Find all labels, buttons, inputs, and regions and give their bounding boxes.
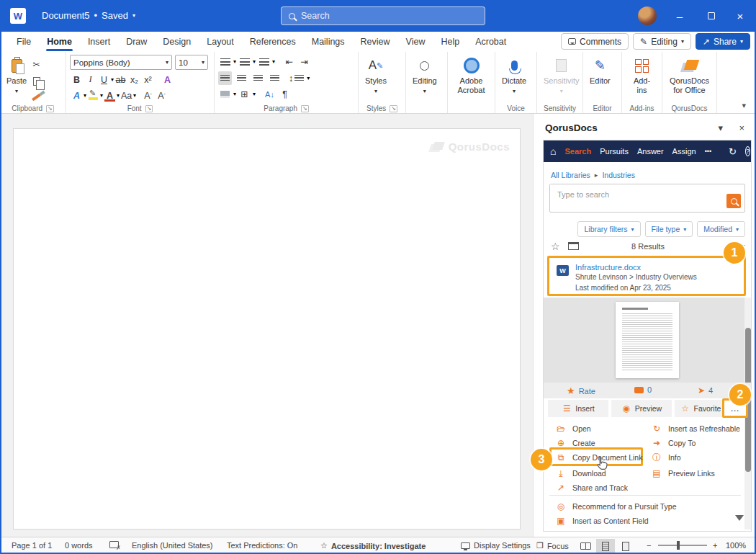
clear-formatting-button[interactable]: A	[161, 73, 174, 86]
align-right-button[interactable]	[251, 71, 265, 85]
editing-mode-button[interactable]: ✎ Editing ▾	[633, 33, 691, 50]
favorite-button[interactable]: ☆Favorite	[675, 400, 726, 417]
rate-button[interactable]: ★Rate	[567, 385, 595, 396]
nav-answer[interactable]: Answer	[637, 147, 664, 156]
panel-close-icon[interactable]: ×	[739, 122, 744, 133]
proofing-icon[interactable]	[109, 541, 119, 548]
menu-share-and-track[interactable]: ↗Share and Track	[556, 481, 628, 495]
nav-search[interactable]: Search	[564, 147, 591, 156]
breadcrumb-all-libraries[interactable]: All Libraries	[551, 171, 590, 179]
zoom-in-button[interactable]: +	[713, 541, 717, 550]
tab-review[interactable]: Review	[353, 33, 398, 50]
home-icon[interactable]: ⌂	[550, 146, 556, 157]
pilcrow-button[interactable]: ¶	[278, 87, 292, 101]
tab-layout[interactable]: Layout	[199, 33, 242, 50]
help-icon[interactable]: ?	[745, 146, 750, 156]
library-filters-dropdown[interactable]: Library filters▾	[577, 221, 640, 237]
preview-thumbnail[interactable]	[616, 302, 679, 378]
grow-font-button[interactable]: Aˆ	[141, 89, 155, 102]
qorusdocs-for-office-button[interactable]: QorusDocs for Office	[666, 55, 713, 103]
dialog-launcher-icon[interactable]: ↘	[145, 105, 153, 112]
language-indicator[interactable]: English (United States)	[132, 541, 213, 550]
collapse-ribbon-icon[interactable]: ▾	[742, 101, 746, 110]
minimize-button[interactable]: –	[664, 0, 696, 32]
menu-recommend-pursuit-type[interactable]: ◎Recommend for a Pursuit Type	[556, 499, 677, 514]
multilevel-list-button[interactable]	[257, 55, 271, 68]
menu-preview-links[interactable]: ▤Preview Links	[652, 466, 715, 481]
user-avatar[interactable]	[638, 6, 657, 25]
display-settings-button[interactable]: Display Settings	[461, 541, 531, 550]
font-name-combo[interactable]: Poppins (Body)▾	[70, 55, 172, 70]
underline-button[interactable]: U	[97, 73, 111, 86]
sensitivity-button[interactable]: Sensitivity ▾	[541, 55, 582, 103]
title-search-box[interactable]	[281, 6, 485, 25]
italic-button[interactable]: I	[84, 73, 97, 86]
tab-references[interactable]: References	[242, 33, 304, 50]
result-filename[interactable]: Infrastructure.docx	[575, 263, 738, 272]
tab-help[interactable]: Help	[433, 33, 467, 50]
modified-dropdown[interactable]: Modified▾	[697, 221, 745, 237]
word-app-icon[interactable]: W	[10, 8, 26, 24]
views-counter[interactable]: ➤4	[698, 385, 713, 396]
tab-view[interactable]: View	[398, 33, 433, 50]
justify-button[interactable]	[268, 71, 282, 85]
panel-search-button[interactable]	[726, 194, 741, 208]
tab-design[interactable]: Design	[155, 33, 199, 50]
file-type-dropdown[interactable]: File type▾	[645, 221, 693, 237]
shrink-font-button[interactable]: Aˇ	[155, 89, 168, 102]
comments-button[interactable]: Comments	[561, 33, 629, 50]
numbered-list-button[interactable]	[238, 55, 251, 68]
share-button[interactable]: ↗ Share ▾	[696, 33, 750, 50]
menu-copy-to[interactable]: ➜Copy To	[652, 436, 696, 450]
zoom-level[interactable]: 100%	[726, 541, 746, 550]
close-button[interactable]: ×	[724, 0, 756, 32]
dictate-button[interactable]: Dictate ▾	[499, 55, 529, 103]
zoom-slider-thumb[interactable]	[677, 541, 680, 550]
print-layout-button[interactable]	[596, 539, 615, 553]
tab-home[interactable]: Home	[39, 33, 80, 50]
highlight-button[interactable]	[86, 89, 100, 102]
editing-button[interactable]: Editing ▾	[410, 55, 440, 103]
text-predictions[interactable]: Text Predictions: On	[227, 541, 297, 550]
cut-button[interactable]: ✂	[30, 59, 43, 71]
breadcrumb-industries[interactable]: Industries	[602, 171, 635, 179]
text-effects-button[interactable]: A	[70, 89, 84, 102]
align-left-button[interactable]	[218, 71, 232, 85]
bold-button[interactable]: B	[70, 73, 84, 86]
page-indicator[interactable]: Page 1 of 1	[12, 541, 52, 550]
read-mode-button[interactable]	[576, 539, 595, 553]
copy-button[interactable]	[30, 76, 43, 87]
document-title[interactable]: Document5 • Saved ▾	[42, 10, 135, 21]
nav-more-icon[interactable]: •••	[705, 148, 711, 155]
panel-scroll-down-icon[interactable]	[735, 515, 744, 525]
web-layout-button[interactable]	[616, 539, 635, 553]
sort-button[interactable]: A↓	[263, 87, 276, 101]
menu-insert-as-content-field[interactable]: ▣Insert as Content Field	[556, 514, 649, 528]
search-input[interactable]	[301, 11, 477, 21]
tab-acrobat[interactable]: Acrobat	[467, 33, 514, 50]
menu-insert-as-refreshable[interactable]: ↻Insert as Refreshable	[652, 421, 740, 436]
comments-counter[interactable]: 0	[634, 385, 652, 394]
refresh-icon[interactable]: ↻	[729, 146, 737, 157]
accessibility-status[interactable]: ☆Accessibility: Investigate	[320, 541, 426, 550]
shading-button[interactable]	[218, 87, 232, 101]
preview-button[interactable]: ◉Preview	[611, 400, 672, 417]
font-color-button[interactable]: A	[103, 89, 117, 102]
nav-pursuits[interactable]: Pursuits	[600, 147, 629, 156]
addins-button[interactable]: Add-ins	[626, 55, 658, 103]
subscript-button[interactable]: x₂	[127, 73, 141, 86]
bullet-list-button[interactable]	[218, 55, 232, 68]
focus-button[interactable]: ❐Focus	[536, 541, 569, 550]
dialog-launcher-icon[interactable]: ↘	[301, 105, 309, 112]
zoom-out-button[interactable]: −	[647, 541, 651, 550]
zoom-slider[interactable]	[658, 545, 707, 546]
strikethrough-button[interactable]: ab	[114, 73, 127, 86]
superscript-button[interactable]: x²	[141, 73, 155, 86]
increase-indent-button[interactable]: ⇥	[297, 55, 311, 68]
adobe-acrobat-button[interactable]: Adobe Acrobat	[451, 55, 491, 103]
decrease-indent-button[interactable]: ⇤	[282, 55, 296, 68]
insert-button[interactable]: ☰Insert	[548, 400, 608, 417]
document-page[interactable]: QorusDocs	[13, 128, 521, 530]
panel-search-input[interactable]	[550, 184, 706, 205]
styles-button[interactable]: A✎ Styles ▾	[362, 55, 390, 103]
